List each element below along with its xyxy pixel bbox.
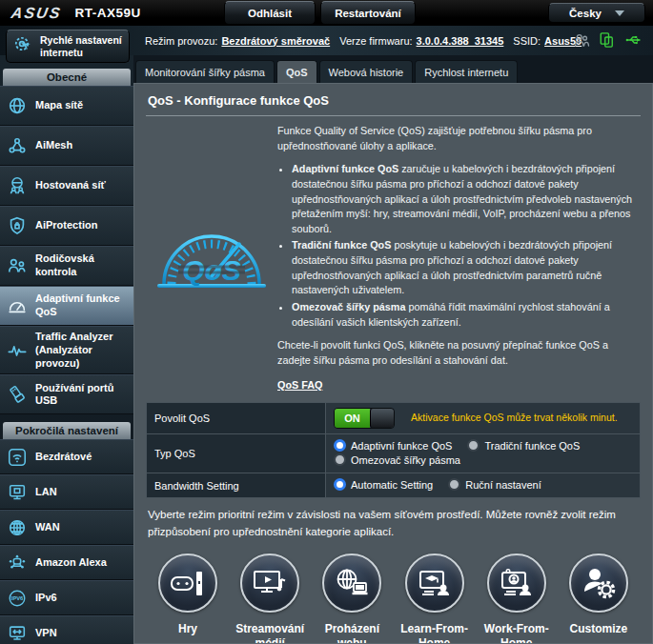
chevron-down-icon <box>615 10 624 16</box>
sidebar-item-label: VPN <box>35 627 57 640</box>
sidebar-item-label: LAN <box>35 486 57 499</box>
parental-controls-icon <box>5 255 30 276</box>
radio-icon <box>467 439 480 452</box>
sidebar-item-traffic-analyzer[interactable]: Traffic Analyzer (Analyzátor provozu) <box>0 326 133 374</box>
customize-icon[interactable] <box>569 553 628 613</box>
radio-automatic-setting[interactable]: Automatic Setting <box>334 478 433 491</box>
bullet-adaptive-qos: Adaptivní funkce QoS zaručuje u kabelový… <box>292 162 641 236</box>
qos-bullet-list: Adaptivní funkce QoS zaručuje u kabelový… <box>277 162 641 330</box>
radio-label: Omezovač šířky pásma <box>351 454 460 466</box>
tab-qos[interactable]: QoS <box>276 60 317 83</box>
qos-type-label: Typ QoS <box>147 434 326 473</box>
wireless-icon <box>5 447 30 468</box>
qos-faq-link[interactable]: QoS FAQ <box>277 378 322 393</box>
firmware-version-link[interactable]: 3.0.0.4.388_31345 <box>417 35 504 47</box>
priority-modes: Hry Str <box>146 553 641 644</box>
mode-label: Learn-From-Home <box>394 622 476 644</box>
work-from-home-icon[interactable] <box>487 553 546 613</box>
mode-label: Hry <box>147 622 229 636</box>
tab-bar: Monitorování šířky pásma QoS Webová hist… <box>135 60 653 83</box>
svg-text:QoS: QoS <box>182 254 241 286</box>
clients-icon[interactable] <box>573 31 590 50</box>
setup-gear-icon <box>11 33 34 59</box>
sidebar-item-label: IPv6 <box>35 592 57 605</box>
qos-description: QoS Funkce Quality of Service (QoS) zaji… <box>146 124 641 402</box>
sidebar-item-guest-network[interactable]: Hostovaná síť <box>0 166 133 206</box>
sidebar-item-label: Rodičovská kontrola <box>35 252 129 279</box>
sidebar-item-network-map[interactable]: Mapa sítě <box>0 86 133 126</box>
router-admin-page: ASUS RT-AX59U Odhlásit Restartování Česk… <box>0 0 653 644</box>
router-model: RT-AX59U <box>74 6 140 20</box>
qos-gauge-logo: QoS <box>153 208 270 308</box>
sidebar-item-label: Bezdrátové <box>35 451 92 464</box>
bullet-traditional-qos: Tradiční funkce QoS poskytuje u kabelový… <box>292 238 641 298</box>
sidebar-item-amazon-alexa[interactable]: Amazon Alexa <box>0 545 133 580</box>
sidebar-item-adaptive-qos[interactable]: Adaptivní funkce QoS <box>0 286 133 326</box>
sidebar-item-label: Adaptivní funkce QoS <box>35 292 129 319</box>
radio-bandwidth-limiter[interactable]: Omezovač šířky pásma <box>334 453 460 466</box>
radio-traditional-qos[interactable]: Tradiční funkce QoS <box>467 439 580 452</box>
games-icon[interactable] <box>158 553 217 613</box>
traffic-analyzer-icon <box>5 340 30 361</box>
sidebar-item-ipv6[interactable]: IPV6 IPv6 <box>0 580 133 615</box>
mode-work-from-home: Work-From-Home <box>476 553 558 644</box>
language-select[interactable]: Česky <box>548 3 645 23</box>
table-row: Bandwidth Setting Automatic Setting Ručn… <box>147 473 641 498</box>
tab-internet-speed[interactable]: Rychlost internetu <box>415 60 518 83</box>
activation-warning: Aktivace funkce QoS může trvat několik m… <box>411 412 618 423</box>
web-surfing-icon[interactable] <box>322 553 381 613</box>
sidebar-item-parental-controls[interactable]: Rodičovská kontrola <box>0 246 133 286</box>
quick-internet-setup-button[interactable]: Rychlé nastavení internetu <box>6 30 130 63</box>
tab-web-history[interactable]: Webová historie <box>319 60 414 83</box>
asus-logo: ASUS <box>10 5 63 22</box>
media-streaming-icon[interactable] <box>240 553 299 613</box>
usb-status-icon[interactable] <box>624 31 643 50</box>
toggle-on-label: ON <box>335 409 370 428</box>
network-map-icon <box>5 95 30 116</box>
mode-games: Hry <box>147 553 229 644</box>
operation-mode-link[interactable]: Bezdrátový směrovač <box>221 35 330 47</box>
status-icons <box>573 31 643 50</box>
sidebar-item-aiprotection[interactable]: AiProtection <box>0 206 133 246</box>
sidebar-item-label: WAN <box>35 521 60 534</box>
learn-from-home-icon[interactable] <box>405 553 464 613</box>
radio-adaptive-qos[interactable]: Adaptivní funkce QoS <box>334 439 452 452</box>
radio-label: Tradiční funkce QoS <box>484 440 580 452</box>
language-label: Česky <box>569 8 602 19</box>
mode-learn-from-home: Learn-From-Home <box>394 553 476 644</box>
mode-customize: Customize <box>558 553 640 644</box>
vpn-icon <box>5 623 30 644</box>
sidebar-item-aimesh[interactable]: AiMesh <box>0 126 133 166</box>
sidebar-item-label: AiMesh <box>35 139 72 152</box>
sidebar-item-label: Traffic Analyzer (Analyzátor provozu) <box>35 331 129 370</box>
reboot-button[interactable]: Restartování <box>320 1 416 25</box>
qos-toggle[interactable]: ON <box>334 408 395 429</box>
radio-icon <box>334 453 346 466</box>
alexa-icon <box>5 553 30 574</box>
sidebar-section-general: Obecné <box>3 69 131 86</box>
adaptive-qos-icon <box>5 295 30 316</box>
sidebar-item-vpn[interactable]: VPN <box>0 615 133 644</box>
mode-label: Streamování médií <box>229 622 311 644</box>
top-bar: ASUS RT-AX59U Odhlásit Restartování Česk… <box>0 0 653 26</box>
sidebar-item-wireless[interactable]: Bezdrátové <box>0 439 133 474</box>
svg-text:IPV6: IPV6 <box>11 595 23 601</box>
sidebar-item-usb-application[interactable]: Používání portů USB <box>0 374 133 414</box>
aiprotection-icon <box>5 215 30 236</box>
sidebar-item-lan[interactable]: LAN <box>0 474 133 510</box>
sidebar-item-wan[interactable]: WAN <box>0 510 133 545</box>
sidebar-item-label: Amazon Alexa <box>35 556 107 570</box>
mode-label: Customize <box>558 622 640 636</box>
radio-manual-setting[interactable]: Ruční nastavení <box>448 478 541 491</box>
devices-icon[interactable] <box>599 31 616 50</box>
firmware-label: Verze firmwaru: <box>339 35 412 47</box>
enable-instructions: Chcete-li povolit funkci QoS, klikněte n… <box>277 338 641 368</box>
qos-panel: QoS - Konfigurace funkce QoS <box>133 83 653 644</box>
mode-label: Proházení webu <box>311 622 393 644</box>
logout-button[interactable]: Odhlásit <box>224 1 316 25</box>
table-row: Typ QoS Adaptivní funkce QoS Tradiční fu… <box>147 434 641 473</box>
bullet-bandwidth-limiter: Omezovač šířky pásma pomáhá řídit maximá… <box>292 300 641 330</box>
radio-label: Ruční nastavení <box>465 479 541 491</box>
toggle-knob <box>370 409 394 428</box>
tab-bandwidth-monitor[interactable]: Monitorování šířky pásma <box>135 60 275 83</box>
